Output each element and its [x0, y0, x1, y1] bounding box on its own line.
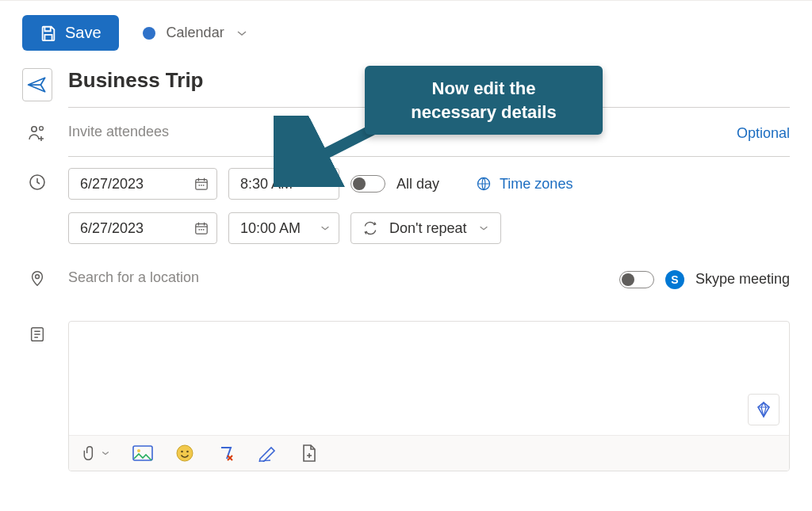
all-day-toggle[interactable] [350, 175, 385, 193]
svg-point-10 [201, 229, 202, 231]
chevron-down-icon [236, 27, 248, 40]
diamond-icon [754, 400, 773, 419]
svg-point-6 [203, 185, 205, 186]
file-add-icon [301, 444, 318, 463]
instruction-callout: Now edit the necessary details [365, 66, 603, 135]
insert-image-button[interactable] [132, 445, 153, 461]
chevron-down-icon [478, 223, 489, 234]
time-zones-label: Time zones [500, 176, 573, 193]
svg-point-4 [198, 185, 200, 186]
svg-point-9 [198, 229, 200, 231]
ink-button[interactable] [258, 444, 278, 462]
calendar-icon [194, 177, 209, 191]
image-icon [132, 445, 153, 461]
svg-point-5 [201, 185, 202, 186]
svg-point-15 [137, 449, 140, 452]
clock-icon [28, 173, 47, 192]
chevron-down-icon [320, 223, 331, 234]
emoji-icon [175, 444, 194, 463]
location-icon [29, 269, 46, 287]
end-date-value: 6/27/2023 [80, 220, 144, 237]
description-row [22, 321, 790, 471]
description-icon [29, 326, 46, 343]
optional-attendees-link[interactable]: Optional [737, 125, 790, 142]
recurrence-value: Don't repeat [389, 220, 467, 237]
save-icon [40, 25, 57, 42]
format-clear-icon [216, 444, 236, 463]
skype-icon: S [665, 270, 684, 289]
top-toolbar: Save Calendar [0, 1, 812, 65]
svg-point-11 [203, 229, 205, 231]
ai-suggestions-button[interactable] [748, 394, 779, 425]
recurrence-picker[interactable]: Don't repeat [350, 212, 501, 244]
start-date-value: 6/27/2023 [80, 176, 144, 193]
start-time-row: 6/27/2023 8:30 AM All day Time zones [22, 168, 790, 209]
start-time-value: 8:30 AM [240, 176, 293, 193]
svg-rect-3 [196, 180, 207, 190]
svg-point-16 [177, 445, 193, 461]
calendar-icon [194, 221, 209, 235]
clear-formatting-button[interactable] [216, 444, 236, 463]
location-row: Search for a location S Skype meeting [22, 265, 790, 302]
emoji-button[interactable] [175, 444, 194, 463]
paperclip-icon [82, 444, 98, 462]
location-input[interactable]: Search for a location [68, 265, 608, 294]
time-zones-link[interactable]: Time zones [476, 176, 573, 193]
save-button-label: Save [65, 24, 102, 42]
callout-line1: Now edit the [387, 77, 580, 101]
all-day-label: All day [396, 176, 439, 193]
people-add-icon [28, 124, 47, 143]
svg-point-1 [40, 127, 44, 131]
svg-point-17 [181, 451, 183, 453]
save-button[interactable]: Save [22, 15, 119, 51]
end-time-value: 10:00 AM [240, 220, 301, 237]
skype-meeting-toggle[interactable] [619, 271, 654, 288]
chevron-down-icon [101, 448, 110, 458]
chevron-down-icon [320, 178, 331, 189]
start-time-picker[interactable]: 8:30 AM [228, 168, 339, 200]
svg-point-18 [186, 451, 189, 453]
calendar-selector-label: Calendar [167, 25, 224, 41]
pen-icon [258, 444, 278, 462]
attach-button[interactable] [82, 444, 110, 462]
insert-file-button[interactable] [301, 444, 318, 463]
category-icon-button[interactable] [22, 68, 52, 101]
airplane-icon [26, 74, 48, 96]
end-time-picker[interactable]: 10:00 AM [228, 212, 339, 244]
skype-meeting-label: Skype meeting [695, 271, 790, 288]
repeat-icon [362, 220, 378, 236]
svg-point-0 [32, 127, 36, 132]
event-editor-window: Save Calendar [0, 0, 812, 511]
description-toolbar [69, 435, 789, 471]
end-time-row: 6/27/2023 10:00 AM Don't repeat [22, 212, 790, 254]
svg-point-12 [36, 275, 40, 279]
description-editor[interactable] [68, 321, 790, 471]
calendar-selector[interactable]: Calendar [143, 25, 248, 41]
callout-line2: necessary details [387, 101, 580, 124]
calendar-color-dot [143, 27, 155, 40]
end-date-picker[interactable]: 6/27/2023 [68, 212, 217, 244]
start-date-picker[interactable]: 6/27/2023 [68, 168, 217, 200]
globe-icon [476, 176, 492, 192]
